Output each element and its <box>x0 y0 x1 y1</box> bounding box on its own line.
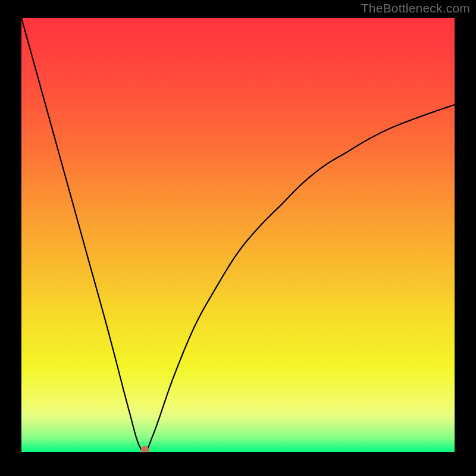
chart-container: TheBottleneck.com <box>0 0 476 476</box>
attribution-text: TheBottleneck.com <box>361 1 470 15</box>
plot-area <box>21 18 455 452</box>
chart-svg <box>21 18 455 452</box>
gradient-background <box>21 18 455 452</box>
